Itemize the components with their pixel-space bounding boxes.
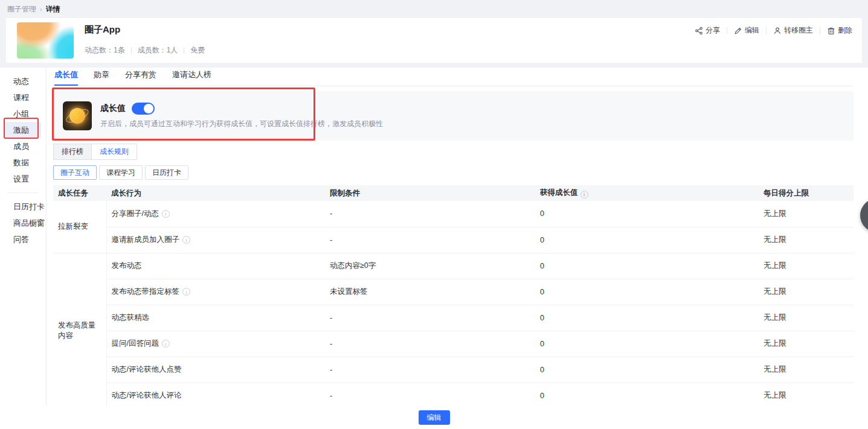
share-icon [695,27,703,35]
behavior-cell: 动态获精选 [106,305,325,331]
value-cell: 0 [535,331,759,357]
sidebar-item-shangpinchuchuang[interactable]: 商品橱窗 [5,215,41,231]
behavior-cell: 动态/评论获他人点赞 [106,357,325,383]
toggle-knob [144,104,153,113]
table-row: 动态/评论获他人点赞 - 0 无上限 [53,357,854,383]
pill-kechengxuexi[interactable]: 课程学习 [99,165,143,180]
info-icon[interactable]: i [182,288,190,296]
stat-price: 免费 [190,45,205,56]
sidebar-item-dongtai[interactable]: 动态 [5,73,41,89]
condition-cell: - [325,305,535,331]
sidebar-item-xiaozu[interactable]: 小组 [5,106,41,122]
condition-cell: - [325,383,535,408]
action-divider [820,27,820,34]
pill-rilidaka[interactable]: 日历打卡 [145,165,188,180]
behavior-cell: 分享圈子/动态i [106,201,325,227]
table-row: 发布动态带指定标签i 未设置标签 0 无上限 [53,279,854,305]
limit-cell: 无上限 [759,227,854,253]
table-header-row: 成长任务 成长行为 限制条件 获得成长值i 每日得分上限 [53,185,854,201]
condition-cell: - [325,331,535,357]
growth-value-toggle[interactable] [132,103,155,115]
circle-avatar [17,22,74,59]
sidebar-item-shezhi[interactable]: 设置 [5,171,41,187]
transfer-owner-label: 转移圈主 [784,25,813,36]
sidebar-item-shuju[interactable]: 数据 [5,154,41,171]
tab-fenxiangyoushang[interactable]: 分享有赏 [125,69,156,86]
value-cell: 0 [535,279,759,305]
limit-cell: 无上限 [759,357,854,383]
breadcrumb-current: 详情 [46,4,60,14]
value-cell: 0 [535,357,759,383]
edit-rules-button[interactable]: 编辑 [419,410,450,425]
person-icon [773,27,782,35]
condition-cell: - [325,357,535,383]
delete-label: 删除 [838,25,852,36]
info-icon[interactable]: i [162,210,170,218]
table-row: 拉新裂变 分享圈子/动态i - 0 无上限 [53,201,854,227]
limit-cell: 无上限 [759,253,854,279]
value-cell: 0 [535,227,759,253]
behavior-cell: 提问/回答问题i [106,331,325,357]
edit-button[interactable]: 编辑 [734,25,759,36]
trash-icon [827,27,835,35]
condition-cell: 动态内容≥0字 [325,253,535,279]
tab-xunzhang[interactable]: 勋章 [94,69,109,86]
share-label: 分享 [706,25,720,36]
sidebar-divider [7,192,39,193]
col-header-value-label: 获得成长值 [540,188,578,197]
delete-button[interactable]: 删除 [827,25,852,36]
action-divider [727,27,727,34]
transfer-owner-button[interactable]: 转移圈主 [773,25,813,36]
tab-paihangbang[interactable]: 排行榜 [53,144,92,160]
limit-cell: 无上限 [759,279,854,305]
growth-value-title: 成长值 [100,103,126,114]
condition-cell: - [325,201,535,227]
sidebar-item-chengyuan[interactable]: 成员 [5,138,41,154]
behavior-cell: 发布动态带指定标签i [106,279,325,305]
info-icon[interactable]: i [182,236,190,244]
share-button[interactable]: 分享 [695,25,720,36]
tab-chengzhangguize[interactable]: 成长规则 [91,144,137,160]
pill-quanzihudong[interactable]: 圈子互动 [53,165,97,180]
growth-rules-table: 成长任务 成长行为 限制条件 获得成长值i 每日得分上限 拉新裂变 分享圈子/动… [53,185,854,409]
col-header-value: 获得成长值i [535,185,759,201]
limit-cell: 无上限 [759,201,854,227]
stat-posts: 动态数：1条 [85,45,125,56]
header-actions: 分享 编辑 转移圈主 删除 [695,25,852,36]
growth-value-description: 开启后，成员可通过互动和学习行为获得成长值，可设置成长值排行榜，激发成员积极性 [100,119,383,129]
edit-icon [734,27,742,35]
col-header-task: 成长任务 [53,185,106,201]
behavior-label: 分享圈子/动态 [112,209,159,219]
task-group-cell: 发布高质量内容 [53,253,106,408]
info-icon[interactable]: i [162,340,170,348]
sidebar-item-wenda[interactable]: 问答 [5,231,41,247]
content-area: 成长值 勋章 分享有赏 邀请达人榜 ⚡ 成长值 开启后，成员可通过互动和学习行为… [47,68,868,406]
col-header-condition: 限制条件 [325,185,535,201]
rule-tabbar: 排行榜 成长规则 [53,144,854,160]
value-cell: 0 [535,253,759,279]
table-row: 动态获精选 - 0 无上限 [53,305,854,331]
circle-title: 圈子App [85,24,120,36]
circle-header-card: 圈子App 动态数：1条 成员数：1人 免费 分享 编辑 转移圈主 删除 [6,18,862,63]
footer-bar: 编辑 [0,406,868,429]
info-icon[interactable]: i [580,191,588,199]
sidebar-item-kecheng[interactable]: 课程 [5,89,41,106]
col-header-limit: 每日得分上限 [759,185,854,201]
sidebar-item-rilidaka[interactable]: 日历打卡 [5,199,41,215]
breadcrumb-parent-link[interactable]: 圈子管理 [7,4,36,14]
tab-yaoqingdarenbang[interactable]: 邀请达人榜 [172,69,211,86]
edit-label: 编辑 [745,25,759,36]
breadcrumb-separator: › [40,5,42,13]
stat-members: 成员数：1人 [138,45,178,56]
behavior-label: 发布动态带指定标签 [112,287,180,297]
scope-pill-group: 圈子互动 课程学习 日历打卡 [53,165,854,180]
value-cell: 0 [535,383,759,408]
behavior-cell: 发布动态 [106,253,325,279]
sidebar-item-jili[interactable]: 激励 [5,122,41,138]
condition-cell: - [325,227,535,253]
tab-chengzhangzhi[interactable]: 成长值 [54,69,78,86]
table-row: 发布高质量内容 发布动态 动态内容≥0字 0 无上限 [53,253,854,279]
sidebar: 动态 课程 小组 激励 成员 数据 设置 日历打卡 商品橱窗 问答 [0,68,47,406]
behavior-cell: 邀请新成员加入圈子i [106,227,325,253]
growth-value-icon: ⚡ [63,101,92,130]
